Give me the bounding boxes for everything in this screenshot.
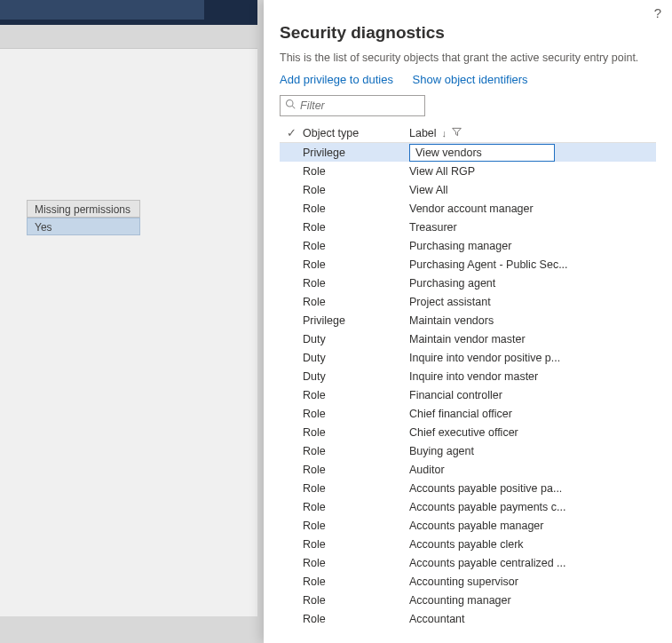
cell-label[interactable]: Accounts payable clerk bbox=[409, 538, 656, 551]
table-row[interactable]: RoleChief executive officer bbox=[280, 423, 656, 441]
cell-label[interactable]: Auditor bbox=[409, 464, 656, 476]
add-privilege-link[interactable]: Add privilege to duties bbox=[280, 73, 393, 86]
table-row[interactable]: RoleView All RGP bbox=[280, 162, 656, 180]
cell-object-type: Role bbox=[303, 221, 409, 234]
cell-label-text: Chief executive officer bbox=[409, 426, 518, 439]
cell-object-type: Role bbox=[303, 389, 409, 401]
show-identifiers-link[interactable]: Show object identifiers bbox=[413, 73, 528, 86]
table-row[interactable]: RoleAccounts payable positive pa... bbox=[280, 479, 656, 497]
column-header-label[interactable]: Label ↓ bbox=[409, 127, 656, 139]
cell-label-text: Financial controller bbox=[409, 389, 502, 401]
cell-label-text: Buying agent bbox=[409, 445, 474, 457]
cell-object-type: Role bbox=[303, 557, 409, 569]
cell-object-type: Role bbox=[303, 445, 409, 457]
filter-container bbox=[280, 95, 656, 116]
cell-label[interactable]: Vendor account manager bbox=[409, 202, 656, 215]
cell-label[interactable]: Maintain vendor master bbox=[409, 333, 656, 345]
cell-object-type: Role bbox=[303, 464, 409, 476]
cell-label-text: Accounts payable centralized ... bbox=[409, 557, 566, 569]
cell-label[interactable]: Buying agent bbox=[409, 445, 656, 457]
cell-label-text: Accountant bbox=[409, 613, 465, 625]
cell-label[interactable]: Financial controller bbox=[409, 389, 656, 401]
bg-row-yes: Yes bbox=[27, 218, 140, 235]
table-row[interactable]: RoleAuditor bbox=[280, 460, 656, 479]
table-row[interactable]: DutyMaintain vendor master bbox=[280, 329, 656, 348]
cell-label[interactable]: Purchasing Agent - Public Sec... bbox=[409, 258, 656, 271]
table-row[interactable]: RoleAccounts payable payments c... bbox=[280, 497, 656, 516]
cell-label[interactable]: Purchasing agent bbox=[409, 277, 656, 290]
filter-input[interactable] bbox=[280, 95, 425, 116]
table-row[interactable]: RoleVendor account manager bbox=[280, 199, 656, 218]
cell-label[interactable]: Accountant bbox=[409, 613, 656, 625]
cell-object-type: Role bbox=[303, 426, 409, 439]
cell-label-text: Maintain vendor master bbox=[409, 333, 526, 345]
cell-label[interactable]: Project assistant bbox=[409, 296, 656, 308]
table-row[interactable]: RoleAccounting manager bbox=[280, 591, 656, 609]
cell-object-type: Privilege bbox=[303, 314, 409, 327]
table-row[interactable]: RoleView All bbox=[280, 180, 656, 199]
cell-object-type: Role bbox=[303, 296, 409, 308]
cell-label[interactable]: Accounts payable payments c... bbox=[409, 501, 656, 513]
table-row[interactable]: PrivilegeView vendors bbox=[280, 143, 656, 162]
cell-label[interactable]: View All RGP bbox=[409, 165, 656, 178]
cell-label[interactable]: Accounts payable manager bbox=[409, 520, 656, 532]
cell-label[interactable]: Maintain vendors bbox=[409, 314, 656, 327]
cell-label[interactable]: View All bbox=[409, 184, 656, 196]
table-row[interactable]: RolePurchasing agent bbox=[280, 274, 656, 292]
help-icon[interactable]: ? bbox=[654, 5, 661, 20]
column-header-label-text: Label bbox=[409, 127, 437, 139]
table-row[interactable]: RoleProject assistant bbox=[280, 292, 656, 311]
cell-label-text: Accounts payable clerk bbox=[409, 538, 524, 551]
cell-label[interactable]: Chief executive officer bbox=[409, 426, 656, 439]
table-row[interactable]: RoleChief financial officer bbox=[280, 404, 656, 423]
cell-label[interactable]: Inquire into vendor positive p... bbox=[409, 352, 656, 364]
cell-label[interactable]: Accounting manager bbox=[409, 594, 656, 607]
sort-desc-icon: ↓ bbox=[442, 128, 447, 139]
cell-object-type: Duty bbox=[303, 333, 409, 345]
table-row[interactable]: RoleAccounts payable manager bbox=[280, 516, 656, 535]
cell-label-text: Auditor bbox=[409, 464, 445, 476]
cell-label[interactable]: Inquire into vendor master bbox=[409, 370, 656, 383]
filter-funnel-icon[interactable] bbox=[452, 127, 462, 139]
cell-label-text: Accounts payable manager bbox=[409, 520, 543, 532]
table-row[interactable]: RoleAccounts payable centralized ... bbox=[280, 553, 656, 572]
cell-object-type: Privilege bbox=[303, 147, 409, 159]
cell-label-text: Purchasing Agent - Public Sec... bbox=[409, 258, 568, 271]
cell-label[interactable]: Treasurer bbox=[409, 221, 656, 234]
table-row[interactable]: RoleAccountant bbox=[280, 609, 656, 628]
cell-label[interactable]: Chief financial officer bbox=[409, 408, 656, 420]
cell-object-type: Role bbox=[303, 520, 409, 532]
cell-label-text: View All RGP bbox=[409, 165, 475, 178]
cell-label[interactable]: Accounts payable positive pa... bbox=[409, 482, 656, 495]
table-row[interactable]: DutyInquire into vendor master bbox=[280, 367, 656, 385]
cell-label[interactable]: Purchasing manager bbox=[409, 240, 656, 252]
cell-object-type: Role bbox=[303, 613, 409, 625]
cell-object-type: Role bbox=[303, 258, 409, 271]
cell-label-text: Purchasing agent bbox=[409, 277, 495, 290]
panel-links: Add privilege to duties Show object iden… bbox=[280, 73, 656, 86]
table-row[interactable]: PrivilegeMaintain vendors bbox=[280, 311, 656, 329]
cell-label-text: Inquire into vendor master bbox=[409, 370, 538, 383]
cell-label[interactable]: Accounting supervisor bbox=[409, 576, 656, 588]
table-row[interactable]: DutyInquire into vendor positive p... bbox=[280, 348, 656, 367]
cell-label[interactable]: View vendors bbox=[409, 144, 656, 162]
cell-object-type: Role bbox=[303, 594, 409, 607]
select-all-column[interactable]: ✓ bbox=[280, 126, 303, 139]
table-row[interactable]: RolePurchasing manager bbox=[280, 236, 656, 255]
cell-label-text: Project assistant bbox=[409, 296, 491, 308]
cell-object-type: Role bbox=[303, 408, 409, 420]
column-header-object-type[interactable]: Object type bbox=[303, 127, 409, 139]
table-row[interactable]: RoleAccounting supervisor bbox=[280, 572, 656, 591]
bg-row-missing-permissions: Missing permissions bbox=[27, 200, 140, 218]
table-row[interactable]: RolePurchasing Agent - Public Sec... bbox=[280, 255, 656, 274]
cell-object-type: Role bbox=[303, 184, 409, 196]
cell-object-type: Duty bbox=[303, 370, 409, 383]
table-row[interactable]: RoleFinancial controller bbox=[280, 385, 656, 404]
cell-object-type: Role bbox=[303, 165, 409, 178]
cell-label-text: Accounting manager bbox=[409, 594, 511, 607]
cell-label[interactable]: Accounts payable centralized ... bbox=[409, 557, 656, 569]
table-row[interactable]: RoleBuying agent bbox=[280, 441, 656, 460]
table-row[interactable]: RoleTreasurer bbox=[280, 218, 656, 236]
cell-object-type: Role bbox=[303, 501, 409, 513]
table-row[interactable]: RoleAccounts payable clerk bbox=[280, 535, 656, 553]
